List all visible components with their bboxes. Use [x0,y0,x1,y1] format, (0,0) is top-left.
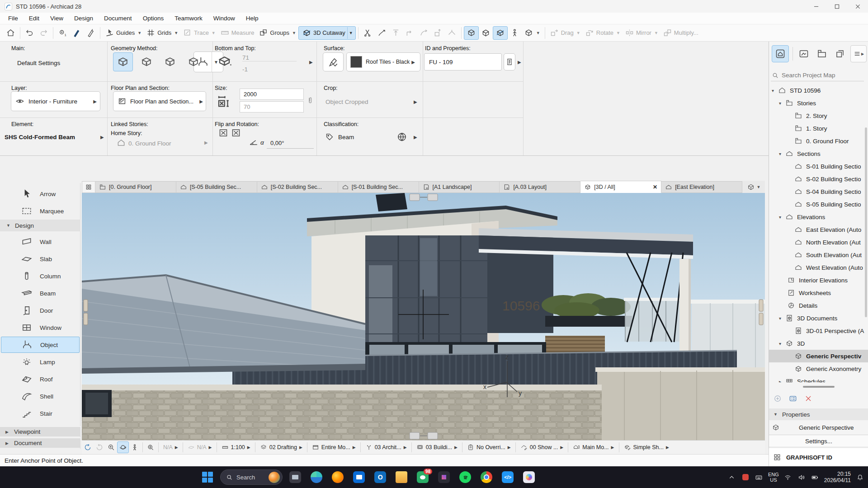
size-link-icon[interactable] [306,91,315,109]
surface-paint-button[interactable] [323,52,344,71]
tray-recording-icon[interactable] [741,474,750,480]
classification-expand-arrow[interactable]: ▶ [414,135,417,140]
tree-item-interior-elevations[interactable]: Interior Elevations [769,274,868,286]
scale-selector[interactable]: 1:100▶ [219,441,253,453]
3d-styles-button[interactable]: ▼ [522,26,542,40]
tool-arrow[interactable]: Arrow [1,186,80,202]
cutaway-dropdown[interactable]: ▼ [347,27,354,39]
edge-icon[interactable] [308,469,325,486]
spotify-icon[interactable] [457,469,474,486]
tool-lamp[interactable]: Lamp [1,354,80,370]
menu-help[interactable]: Help [241,13,264,24]
walk-button[interactable] [129,441,141,453]
inject-parameters-button[interactable] [84,26,98,40]
toolbox-section-viewpoint[interactable]: ▶Viewpoint [0,426,80,436]
layer-combination-selector[interactable]: 02 Drafting▶ [257,441,305,453]
delete-viewpoint-button[interactable] [802,393,814,404]
tab-list-dropdown[interactable]: ▼ [742,181,765,193]
language-indicator[interactable]: ENGUS [768,472,779,483]
cutaway-toggle-button[interactable] [493,26,508,40]
top-offset-value[interactable]: 71 [242,54,297,61]
rotate-button[interactable]: Rotate▼ [583,26,623,40]
tool-beam[interactable]: Beam [1,285,80,301]
tree-item-generic-perspective[interactable]: Generic Perspectiv [769,350,868,362]
toolbox-section-document[interactable]: ▶Document [0,437,80,448]
tool-stair[interactable]: Stair [1,405,80,422]
tool-column[interactable]: Column [1,268,80,284]
shadow-selector[interactable]: Simple Sh...▶ [621,441,672,453]
task-view-icon[interactable] [287,469,304,486]
split-button[interactable] [361,26,375,40]
drag-button[interactable]: Drag▼ [547,26,583,40]
tree-item-sections[interactable]: ▾Sections [769,147,868,160]
pen-set-selector[interactable]: N/A▶ [185,441,215,453]
toolbox-section-design[interactable]: ▼Design [0,220,80,231]
menu-view[interactable]: View [45,13,69,24]
element-expand-arrow[interactable]: ▶ [100,135,104,140]
view-map-button[interactable] [795,45,812,62]
tab-close-icon[interactable]: ✕ [649,184,657,190]
navigator-menu-button[interactable]: ▶ [850,45,867,62]
tree-item-south-elevation[interactable]: South Elevation (Aut [769,249,868,261]
structure-display-selector[interactable]: Entire Mo...▶ [309,441,359,453]
tree-item-generic-axonometry[interactable]: Generic Axonometry [769,362,868,375]
tree-item-ground-floor[interactable]: 0. Ground Floor [769,135,868,147]
orbit-button[interactable] [117,441,129,453]
floorplan-display-combo[interactable]: Floor Plan and Section... ▶ [113,91,206,111]
tree-item-story2[interactable]: 2. Story [769,109,868,122]
tree-item-s01[interactable]: S-01 Building Sectio [769,160,868,173]
tray-chevron-icon[interactable] [727,474,736,481]
tree-item-s02[interactable]: S-02 Building Sectio [769,173,868,185]
photos-app-icon[interactable] [520,469,538,486]
menu-window[interactable]: Window [208,13,241,24]
menu-design[interactable]: Design [69,13,99,24]
chrome-icon[interactable] [478,469,495,486]
tree-item-worksheets[interactable]: Worksheets [769,286,868,299]
code-app-icon[interactable]: </> [499,469,516,486]
tab-ground-floor[interactable]: [0. Ground Floor] [95,181,176,193]
element-id-input[interactable]: FU - 109 [424,53,502,70]
project-map-search[interactable] [771,70,864,81]
size-width-input[interactable]: 2000 [240,89,304,100]
geometry-method-4[interactable] [184,52,203,71]
tab-a03-layout[interactable]: [A.03 Layout] [500,181,580,193]
surface-expand-arrow[interactable]: ▶ [411,60,415,65]
search-highlight-icon[interactable] [269,472,280,483]
wechat-icon[interactable]: 98 [414,469,431,486]
graphisoft-id-bar[interactable]: GRAPHISOFT ID [769,448,868,466]
add-node-button[interactable] [431,26,445,40]
model-view-options-selector[interactable]: 03 Buildi...▶ [414,441,460,453]
linked-stories-expand-arrow[interactable]: ▶ [204,140,208,145]
tab-3d-all[interactable]: [3D / All]✕ [580,181,661,193]
classification-globe-button[interactable] [396,131,408,143]
add-viewpoint-button[interactable] [772,393,783,404]
floorplan-expand-arrow[interactable]: ▶ [199,99,203,104]
tool-shell[interactable]: Shell [1,388,80,404]
minimize-button[interactable] [806,0,826,13]
tab-overview-button[interactable] [82,181,95,193]
wifi-icon[interactable] [783,474,793,481]
rotation-angle-input[interactable]: 0,00° [267,137,314,149]
cutaway-3d-button[interactable]: 3D Cutaway ▼ [298,26,356,40]
trace-button[interactable]: Trace▼ [180,26,218,40]
groups-button[interactable]: Groups▼ [256,26,298,40]
tool-roof[interactable]: Roof [1,371,80,387]
pick-up-parameters-button[interactable] [70,26,84,40]
size-height-input[interactable]: 70 [240,101,304,113]
tool-door[interactable]: Door [1,302,80,319]
graphic-override-selector[interactable]: No Overri...▶ [464,441,514,453]
properties-header[interactable]: ▼Properties [769,408,868,420]
perspective-view-button[interactable] [464,26,479,40]
start-button[interactable] [199,469,216,486]
properties-doc-button[interactable] [504,53,515,70]
bottom-offset-value[interactable]: -1 [242,66,297,73]
tree-item-s05[interactable]: S-05 Building Sectio [769,198,868,211]
store-icon[interactable] [350,469,368,486]
back-button[interactable] [82,441,94,453]
tree-item-east-elevation[interactable]: East Elevation (Auto [769,223,868,236]
tree-item-north-elevation[interactable]: North Elevation (Aut [769,236,868,249]
measure-button[interactable]: Measure [218,26,257,40]
crop-expand-arrow[interactable]: ▶ [414,99,417,104]
tab-s02-section[interactable]: [S-02 Building Sec... [257,181,338,193]
tree-item-project[interactable]: ▾STD 10596 [769,84,868,97]
